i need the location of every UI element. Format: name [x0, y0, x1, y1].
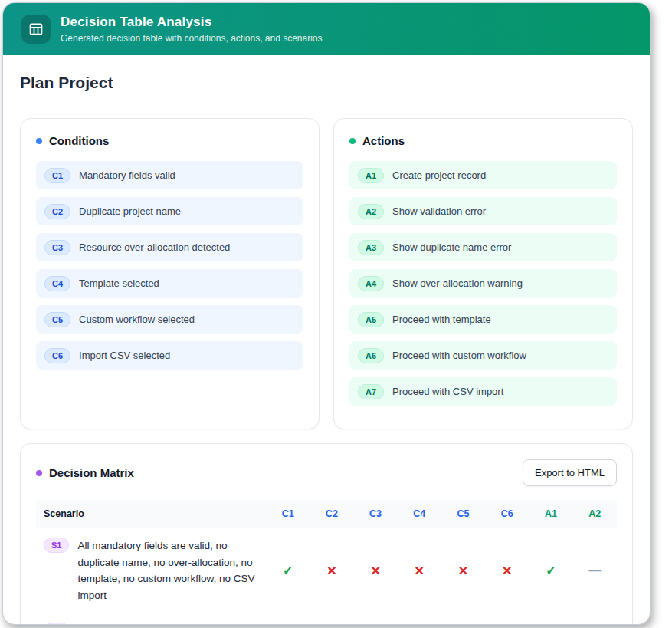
matrix-row: S1All mandatory fields are valid, no dup…	[36, 528, 617, 613]
matrix-column-header: A2	[573, 500, 617, 528]
condition-label: Duplicate project name	[79, 205, 181, 217]
condition-badge: C4	[44, 276, 70, 291]
matrix-column-header: C3	[353, 500, 397, 528]
scenario-cell: S1All mandatory fields are valid, no dup…	[36, 528, 266, 613]
header-text: Decision Table Analysis Generated decisi…	[61, 15, 323, 44]
action-badge: A7	[358, 384, 384, 399]
actions-dot-icon	[349, 138, 356, 144]
condition-item: C2Duplicate project name	[36, 197, 303, 225]
condition-item: C4Template selected	[36, 269, 303, 298]
export-html-button[interactable]: Export to HTML	[523, 459, 617, 486]
condition-badge: C6	[44, 348, 70, 363]
matrix-card-header: Decision Matrix Export to HTML	[36, 459, 617, 486]
matrix-value-cell: ✓	[573, 613, 617, 625]
matrix-title-group: Decision Matrix	[36, 466, 134, 479]
condition-label: Resource over-allocation detected	[79, 242, 230, 253]
matrix-value-cell: ✕	[353, 528, 397, 613]
action-badge: A6	[358, 348, 384, 363]
matrix-column-header: C2	[310, 500, 353, 528]
cross-icon: ✕	[502, 564, 512, 577]
conditions-card: Conditions C1Mandatory fields validC2Dup…	[20, 118, 320, 429]
action-label: Show over-allocation warning	[392, 278, 523, 289]
action-item: A1Create project record	[349, 161, 617, 189]
conditions-list: C1Mandatory fields validC2Duplicate proj…	[36, 161, 303, 370]
matrix-dot-icon	[36, 470, 42, 476]
action-badge: A1	[358, 168, 384, 183]
matrix-title: Decision Matrix	[49, 466, 134, 479]
decision-matrix-card: Decision Matrix Export to HTML ScenarioC…	[20, 443, 633, 625]
scenario-badge: S1	[44, 538, 69, 553]
condition-badge: C3	[44, 240, 70, 255]
actions-card-header: Actions	[349, 134, 617, 147]
action-item: A6Proceed with custom workflow	[349, 341, 617, 370]
page-title: Plan Project	[20, 60, 633, 104]
matrix-value-cell: ✕	[441, 528, 485, 613]
action-label: Show validation error	[392, 205, 486, 217]
cross-icon: ✕	[370, 564, 380, 577]
matrix-column-header: C1	[266, 500, 310, 528]
actions-card: Actions A1Create project recordA2Show va…	[333, 118, 633, 429]
scenario-cell-content: S1All mandatory fields are valid, no dup…	[44, 538, 261, 603]
dash-icon: —	[545, 624, 557, 625]
matrix-value-cell: ✓	[529, 528, 572, 613]
matrix-value-cell: ✕	[398, 528, 441, 613]
action-item: A5Proceed with template	[349, 305, 617, 334]
action-label: Proceed with CSV import	[392, 386, 503, 397]
table-icon	[21, 15, 51, 44]
scenario-badge: S2	[44, 623, 69, 625]
check-icon: ✓	[546, 564, 556, 577]
main-content: Plan Project Conditions C1Mandatory fiel…	[3, 55, 650, 625]
matrix-value-cell: ✕	[310, 528, 353, 613]
cross-icon: ✕	[415, 564, 425, 577]
actions-list: A1Create project recordA2Show validation…	[349, 161, 617, 406]
condition-badge: C2	[44, 204, 70, 219]
matrix-column-header: A1	[529, 500, 572, 528]
decision-matrix-table: ScenarioC1C2C3C4C5C6A1A2 S1All mandatory…	[36, 500, 617, 625]
condition-label: Import CSV selected	[79, 350, 170, 361]
header-subtitle: Generated decision table with conditions…	[61, 33, 323, 44]
action-label: Proceed with template	[392, 314, 491, 325]
action-item: A3Show duplicate name error	[349, 233, 617, 261]
dash-icon: —	[588, 564, 601, 577]
matrix-value-cell: —	[573, 528, 617, 613]
action-badge: A3	[358, 240, 384, 255]
condition-item: C3Resource over-allocation detected	[36, 233, 303, 261]
matrix-column-header: Scenario	[36, 500, 266, 528]
cards-row: Conditions C1Mandatory fields validC2Dup…	[20, 118, 633, 429]
cross-icon: ✕	[458, 564, 468, 577]
scenario-label: All mandatory fields are valid, no dupli…	[77, 538, 261, 603]
scenario-label: Mandatory fields invalid	[77, 623, 185, 625]
matrix-value-cell: ✕	[441, 613, 485, 625]
action-badge: A4	[358, 276, 384, 291]
condition-label: Template selected	[79, 278, 159, 289]
action-label: Create project record	[392, 169, 486, 181]
matrix-value-cell: ✓	[266, 528, 310, 613]
matrix-value-cell: —	[529, 613, 572, 625]
app-window: Decision Table Analysis Generated decisi…	[2, 2, 651, 625]
scenario-cell: S2Mandatory fields invalid	[36, 613, 266, 625]
action-badge: A2	[358, 204, 384, 219]
action-item: A2Show validation error	[349, 197, 617, 225]
action-label: Show duplicate name error	[392, 242, 511, 253]
matrix-value-cell: ✕	[310, 613, 353, 625]
conditions-title: Conditions	[49, 134, 109, 147]
condition-badge: C5	[44, 312, 70, 327]
matrix-row: S2Mandatory fields invalid✕✕✕✕✕✕—✓	[36, 613, 617, 625]
matrix-body: S1All mandatory fields are valid, no dup…	[36, 528, 617, 626]
condition-item: C5Custom workflow selected	[36, 305, 303, 334]
matrix-value-cell: ✕	[485, 613, 529, 625]
action-label: Proceed with custom workflow	[392, 350, 526, 361]
condition-item: C6Import CSV selected	[36, 341, 303, 370]
matrix-header-row: ScenarioC1C2C3C4C5C6A1A2	[36, 500, 617, 528]
matrix-value-cell: ✕	[398, 613, 441, 625]
action-item: A4Show over-allocation warning	[349, 269, 617, 298]
matrix-column-header: C4	[398, 500, 441, 528]
condition-badge: C1	[44, 168, 70, 183]
matrix-value-cell: ✕	[485, 528, 529, 613]
conditions-card-header: Conditions	[36, 134, 303, 147]
scenario-cell-content: S2Mandatory fields invalid	[44, 623, 261, 625]
matrix-column-header: C6	[485, 500, 529, 528]
cross-icon: ✕	[326, 564, 336, 577]
check-icon: ✓	[283, 564, 293, 577]
app-header: Decision Table Analysis Generated decisi…	[3, 3, 650, 55]
